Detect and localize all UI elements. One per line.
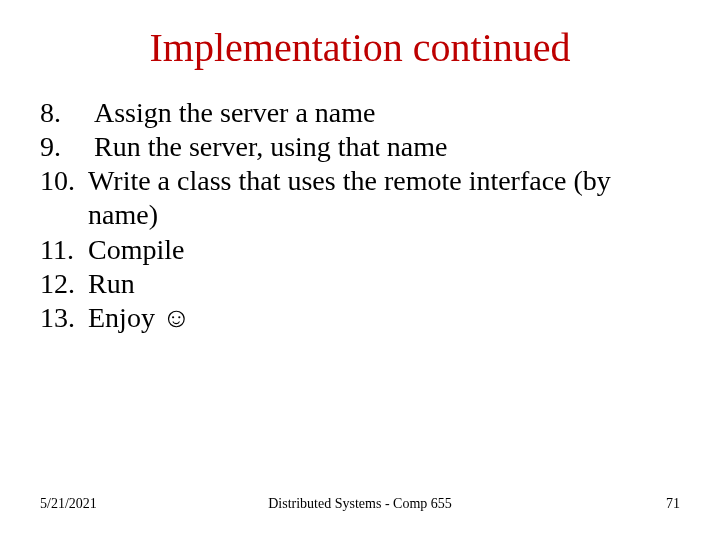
item-number: 9. bbox=[40, 130, 94, 164]
slide-body: 8. Assign the server a name 9. Run the s… bbox=[40, 96, 680, 335]
list-item: 13. Enjoy ☺ bbox=[40, 301, 680, 335]
item-number: 13. bbox=[40, 301, 88, 335]
item-text: Assign the server a name bbox=[94, 96, 680, 130]
item-number: 11. bbox=[40, 233, 88, 267]
list-item: 11. Compile bbox=[40, 233, 680, 267]
slide: Implementation continued 8. Assign the s… bbox=[0, 0, 720, 540]
item-text: Enjoy ☺ bbox=[88, 301, 680, 335]
list-item: 10. Write a class that uses the remote i… bbox=[40, 164, 680, 232]
item-number: 8. bbox=[40, 96, 94, 130]
item-text: Write a class that uses the remote inter… bbox=[88, 164, 680, 232]
list-item: 8. Assign the server a name bbox=[40, 96, 680, 130]
slide-title: Implementation continued bbox=[0, 24, 720, 71]
item-text: Compile bbox=[88, 233, 680, 267]
item-number: 12. bbox=[40, 267, 88, 301]
item-text: Run the server, using that name bbox=[94, 130, 680, 164]
list-item: 9. Run the server, using that name bbox=[40, 130, 680, 164]
footer-center: Distributed Systems - Comp 655 bbox=[0, 496, 720, 512]
list-item: 12. Run bbox=[40, 267, 680, 301]
item-text: Run bbox=[88, 267, 680, 301]
item-number: 10. bbox=[40, 164, 88, 198]
